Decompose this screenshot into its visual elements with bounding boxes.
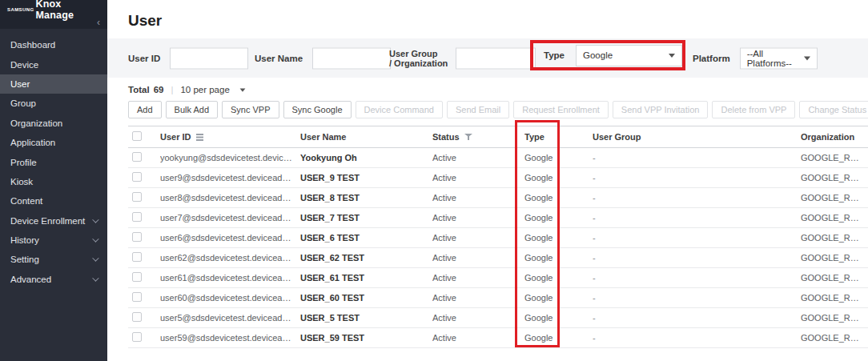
cell-user-group: - — [593, 173, 801, 183]
action-button[interactable]: Sync VPP — [222, 101, 279, 118]
platform-label: Platform — [693, 54, 730, 63]
chevron-down-icon — [92, 275, 98, 281]
page-title: User — [107, 0, 868, 30]
cell-user-id: user61@sdsdevicetest.deviceadmin.goog — [160, 273, 300, 283]
action-button[interactable]: Send VPP Invitation — [613, 101, 709, 118]
sidebar-item[interactable]: Device Enrollment — [0, 211, 107, 231]
action-button[interactable]: Request Enrollment — [513, 101, 609, 118]
sidebar-collapse-icon[interactable]: ‹ — [97, 18, 100, 26]
chevron-down-icon — [92, 255, 98, 262]
cell-user-name: USER_5 TEST — [300, 313, 432, 323]
cell-status: Active — [432, 173, 524, 183]
cell-organization: GOOGLE_ROOT — [801, 193, 868, 203]
cell-user-name: USER_7 TEST — [300, 213, 432, 223]
action-button[interactable]: Device Command — [356, 101, 443, 118]
total-count: 69 — [154, 85, 164, 94]
cell-type: Google — [524, 253, 593, 263]
table-row[interactable]: user59@sdsdevicetest.deviceadmin.goog US… — [128, 328, 868, 348]
sidebar-item[interactable]: History — [0, 231, 107, 250]
main-content: User User ID User Name User Group / Orga… — [107, 0, 868, 361]
sidebar-item-label: History — [10, 235, 39, 245]
table-row[interactable]: yookyung@sdsdevicetest.deviceadmin.g... … — [128, 148, 868, 168]
sidebar-item[interactable]: User — [0, 74, 107, 94]
column-header-user-name[interactable]: User Name — [300, 132, 432, 142]
cell-status: Active — [432, 333, 524, 343]
row-checkbox[interactable] — [132, 192, 142, 202]
cell-user-name: USER_8 TEST — [300, 193, 432, 203]
sidebar-item-label: Content — [10, 196, 42, 206]
sidebar-item[interactable]: Content — [0, 191, 107, 211]
filter-icon[interactable] — [464, 133, 472, 141]
column-header-status[interactable]: Status — [432, 132, 524, 142]
chevron-down-icon — [92, 235, 98, 242]
row-checkbox[interactable] — [132, 272, 142, 282]
cell-status: Active — [432, 193, 524, 203]
cell-status: Active — [432, 273, 524, 283]
row-checkbox[interactable] — [132, 292, 142, 302]
sidebar-item-label: Advanced — [10, 275, 51, 284]
cell-user-name: USER_9 TEST — [300, 173, 432, 183]
sidebar-item[interactable]: Kiosk — [0, 172, 107, 191]
type-filter-highlight-box: Type Google — [530, 40, 685, 70]
cell-user-id: user59@sdsdevicetest.deviceadmin.goog — [160, 333, 300, 343]
column-header-user-group[interactable]: User Group — [593, 132, 801, 142]
row-checkbox[interactable] — [132, 312, 142, 322]
user-name-input[interactable] — [312, 47, 391, 69]
action-button[interactable]: Send Email — [447, 101, 509, 118]
cell-organization: GOOGLE_ROOT — [801, 333, 868, 343]
user-name-label: User Name — [255, 54, 303, 63]
total-label: Total — [128, 85, 150, 94]
sidebar-item[interactable]: Setting — [0, 250, 107, 269]
sidebar-item-label: Device Enrollment — [10, 216, 85, 226]
table-row[interactable]: user8@sdsdevicetest.deviceadmin.goog USE… — [128, 188, 868, 208]
sidebar-item-label: User — [10, 79, 30, 89]
cell-user-group: - — [593, 333, 801, 343]
column-header-type[interactable]: Type — [524, 132, 593, 142]
select-all-checkbox[interactable] — [132, 131, 142, 141]
sidebar-item[interactable]: Organization — [0, 114, 107, 133]
sidebar-item-label: Group — [10, 98, 36, 108]
filter-user-name: User Name — [255, 47, 391, 69]
table-row[interactable]: user62@sdsdevicetest.deviceadmin.goog US… — [128, 248, 868, 268]
action-button[interactable]: Delete from VPP — [712, 101, 795, 118]
sidebar-item[interactable]: Application — [0, 133, 107, 152]
action-button[interactable]: Add — [128, 101, 162, 118]
table-row[interactable]: user61@sdsdevicetest.deviceadmin.goog US… — [128, 268, 868, 288]
type-select[interactable]: Google — [576, 45, 682, 66]
row-checkbox[interactable] — [132, 232, 142, 242]
table-body: yookyung@sdsdevicetest.deviceadmin.g... … — [128, 148, 868, 348]
table-row[interactable]: user6@sdsdevicetest.deviceadmin.goog USE… — [128, 228, 868, 248]
row-checkbox[interactable] — [132, 212, 142, 222]
page-size-select[interactable]: 10 per page — [180, 85, 245, 94]
cell-user-id: yookyung@sdsdevicetest.deviceadmin.g... — [160, 153, 300, 162]
cell-user-name: USER_62 TEST — [300, 253, 432, 263]
sidebar-item[interactable]: Dashboard — [0, 35, 107, 54]
row-checkbox[interactable] — [132, 252, 142, 262]
action-button[interactable]: Bulk Add — [166, 101, 218, 118]
table-row[interactable]: user7@sdsdevicetest.deviceadmin.goog USE… — [128, 208, 868, 228]
sort-icon[interactable] — [196, 134, 203, 135]
user-id-input[interactable] — [170, 47, 248, 69]
column-header-user-id[interactable]: User ID — [160, 132, 300, 142]
table-row[interactable]: user9@sdsdevicetest.deviceadmin.goog USE… — [128, 168, 868, 188]
cell-organization: GOOGLE_ROOT — [801, 313, 868, 323]
row-checkbox[interactable] — [132, 332, 142, 342]
platform-select[interactable]: --All Platforms-- — [740, 47, 818, 69]
sidebar-item[interactable]: Profile — [0, 152, 107, 171]
sidebar-item-label: Kiosk — [10, 177, 33, 187]
table-row[interactable]: user60@sdsdevicetest.deviceadmin.goog US… — [128, 288, 868, 308]
row-checkbox[interactable] — [132, 172, 142, 182]
action-button[interactable]: Sync Google — [283, 101, 352, 118]
dropdown-caret-icon — [669, 54, 675, 58]
sidebar-item[interactable]: Advanced — [0, 270, 107, 289]
dropdown-caret-icon — [804, 56, 810, 60]
sidebar-item[interactable]: Group — [0, 94, 107, 113]
column-header-organization[interactable]: Organization — [801, 132, 868, 142]
sidebar-item[interactable]: Device — [0, 54, 107, 74]
table-row[interactable]: user5@sdsdevicetest.deviceadmin.goog USE… — [128, 308, 868, 328]
dropdown-caret-icon — [239, 88, 245, 91]
cell-user-group: - — [593, 253, 801, 263]
row-checkbox[interactable] — [132, 152, 142, 162]
user-group-org-input[interactable] — [456, 47, 536, 69]
action-button[interactable]: Change Status — [799, 101, 868, 118]
